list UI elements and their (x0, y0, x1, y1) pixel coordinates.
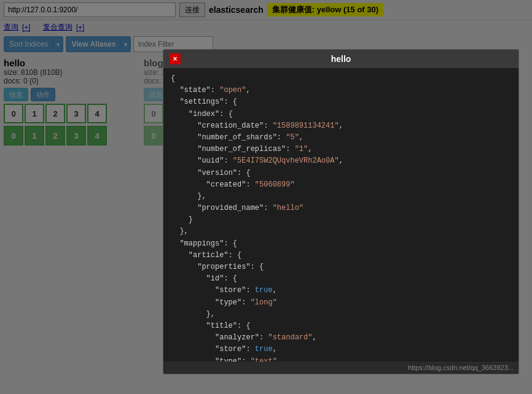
modal-close-button[interactable]: × (170, 53, 181, 64)
modal-overlay: × hello { "state": "open", "settings": {… (0, 0, 532, 394)
modal-body[interactable]: { "state": "open", "settings": { "index"… (163, 68, 518, 361)
modal-title: hello (331, 54, 351, 64)
modal-footer-text: https://blog.csdn.net/qq_3663923... (408, 364, 514, 371)
modal: × hello { "state": "open", "settings": {… (163, 49, 519, 374)
modal-header: × hello (163, 50, 518, 68)
modal-footer: https://blog.csdn.net/qq_3663923... (163, 361, 518, 374)
